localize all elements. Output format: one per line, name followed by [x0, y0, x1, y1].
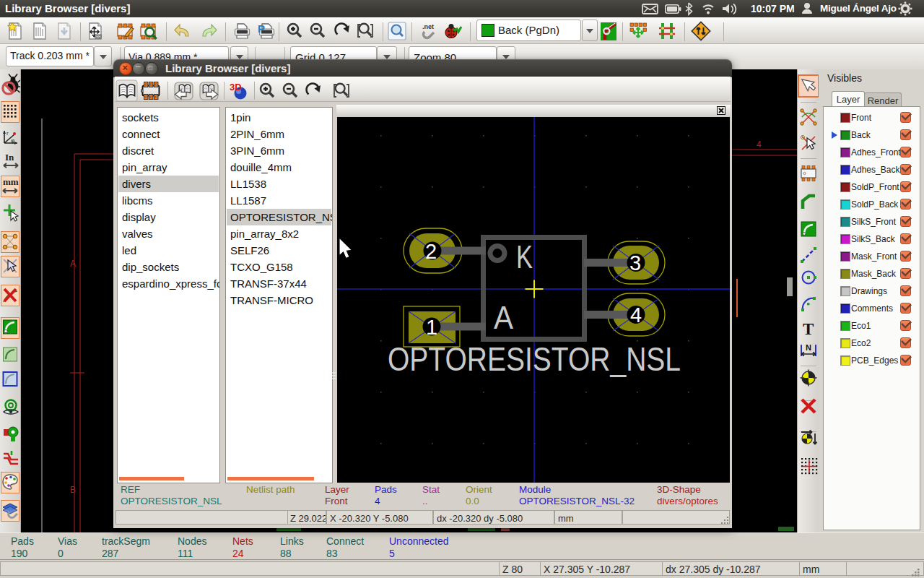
- svg-text:A: A: [494, 299, 513, 336]
- svg-text:A: A: [70, 259, 76, 269]
- svg-text:mm: mm: [3, 176, 19, 187]
- svg-text:T: T: [803, 320, 814, 338]
- svg-text:φ: φ: [11, 137, 14, 144]
- svg-text:P: P: [258, 22, 265, 35]
- svg-text:K: K: [516, 238, 533, 275]
- svg-text:PP: PP: [96, 35, 101, 39]
- svg-text:4: 4: [757, 139, 762, 150]
- svg-text:In: In: [5, 152, 14, 163]
- svg-text:r: r: [6, 130, 9, 137]
- svg-text:.net: .net: [422, 23, 434, 30]
- svg-text:B: B: [70, 485, 76, 495]
- svg-text:N: N: [806, 343, 811, 352]
- svg-text:3: 3: [629, 251, 641, 275]
- svg-text:4: 4: [630, 303, 642, 327]
- svg-text:OPTORESISTOR_NSL: OPTORESISTOR_NSL: [388, 340, 681, 378]
- svg-text:3D: 3D: [230, 82, 242, 92]
- svg-text:2: 2: [425, 240, 437, 263]
- svg-text:1: 1: [426, 316, 437, 339]
